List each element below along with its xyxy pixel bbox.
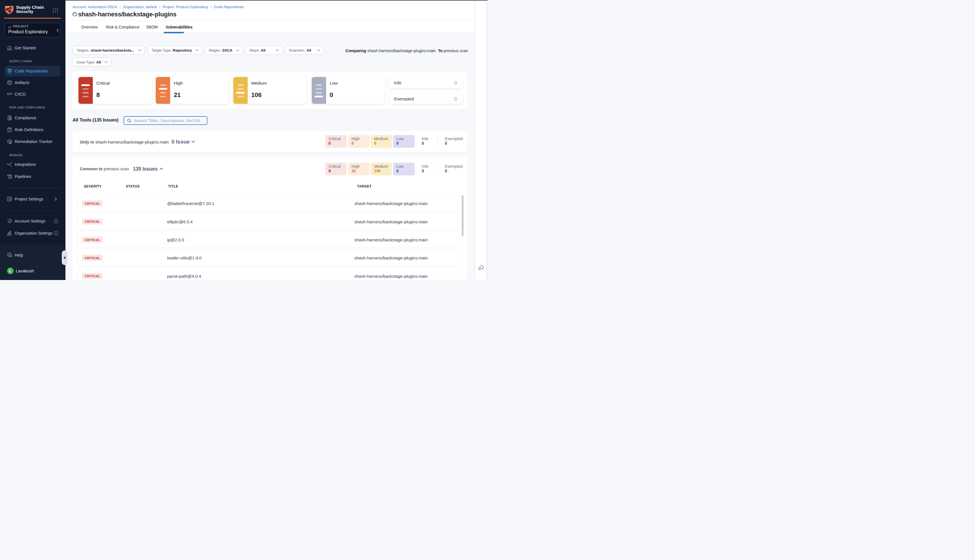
svg-text:?: ? [8, 253, 10, 256]
